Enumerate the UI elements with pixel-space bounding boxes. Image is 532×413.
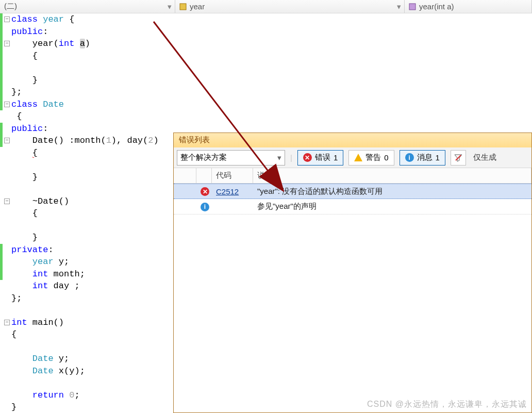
- change-bar: [0, 244, 3, 280]
- warnings-count: 0: [384, 153, 388, 162]
- class-label: year: [190, 2, 205, 11]
- error-icon: ✕: [201, 187, 209, 196]
- error-row[interactable]: i参见"year"的声明: [174, 199, 531, 214]
- header-desc-col[interactable]: 说明▲: [253, 168, 531, 183]
- warnings-filter-button[interactable]: 警告 0: [348, 150, 394, 166]
- warnings-label: 警告: [365, 153, 381, 162]
- messages-count: 1: [436, 153, 440, 162]
- error-code-link[interactable]: C2512: [216, 187, 239, 196]
- messages-label: 消息: [417, 153, 433, 162]
- class-icon: [179, 3, 187, 10]
- svg-line-2: [456, 155, 461, 160]
- svg-rect-1: [409, 4, 415, 10]
- header-icon-col[interactable]: [174, 168, 196, 183]
- toolbar-separator: |: [290, 153, 292, 162]
- fold-toggle[interactable]: −: [4, 102, 10, 107]
- fold-toggle[interactable]: −: [4, 320, 10, 325]
- scope-dropdown[interactable]: (二) ▾: [0, 0, 175, 13]
- member-label: year(int a): [419, 2, 454, 11]
- error-list-panel: 错误列表 整个解决方案 ▾ | ✕ 错误 1 警告 0 i 消息 1: [173, 133, 532, 413]
- editor-gutter: −−−−−−: [0, 13, 11, 413]
- svg-rect-0: [180, 4, 186, 10]
- build-filter-label[interactable]: 仅生成: [473, 153, 496, 162]
- error-description: 参见"year"的声明: [253, 202, 531, 211]
- fold-toggle[interactable]: −: [4, 199, 10, 204]
- error-row[interactable]: ✕C2512"year": 没有合适的默认构造函数可用: [174, 184, 531, 199]
- member-dropdown[interactable]: year(int a): [405, 0, 532, 13]
- change-bar: [0, 123, 3, 147]
- header-code-col[interactable]: 代码: [212, 168, 253, 183]
- watermark: CSDN @永远热情，永远谦卑，永远其诚: [367, 399, 527, 410]
- errors-filter-button[interactable]: ✕ 错误 1: [297, 150, 343, 166]
- info-icon: i: [405, 153, 414, 162]
- change-bar: [0, 13, 3, 110]
- scope-combo-label: 整个解决方案: [180, 153, 227, 162]
- fold-toggle[interactable]: −: [4, 41, 10, 46]
- error-list-title: 错误列表: [174, 133, 531, 147]
- class-dropdown[interactable]: year ▾: [175, 0, 405, 13]
- header-icon2-col[interactable]: [196, 168, 212, 183]
- chevron-down-icon: ▾: [393, 2, 401, 11]
- chevron-down-icon: ▾: [277, 153, 281, 162]
- clear-filters-button[interactable]: [451, 150, 466, 166]
- method-icon: [409, 3, 416, 10]
- error-list-header: 代码 说明▲: [174, 168, 531, 184]
- scope-combo[interactable]: 整个解决方案 ▾: [177, 150, 285, 166]
- funnel-icon: [454, 154, 462, 162]
- navigation-bar: (二) ▾ year ▾ year(int a): [0, 0, 532, 13]
- scope-label: (二): [4, 2, 17, 11]
- error-list-body: ✕C2512"year": 没有合适的默认构造函数可用i参见"year"的声明: [174, 184, 531, 214]
- fold-toggle[interactable]: −: [4, 138, 10, 143]
- error-description: "year": 没有合适的默认构造函数可用: [253, 187, 531, 196]
- error-icon: ✕: [303, 153, 312, 162]
- chevron-down-icon: ▾: [163, 2, 172, 11]
- errors-label: 错误: [315, 153, 330, 162]
- errors-count: 1: [334, 153, 338, 162]
- fold-toggle[interactable]: −: [4, 16, 10, 22]
- sort-asc-icon: ▲: [275, 173, 280, 179]
- error-list-toolbar: 整个解决方案 ▾ | ✕ 错误 1 警告 0 i 消息 1 仅生成: [174, 147, 531, 168]
- warning-icon: [354, 154, 362, 161]
- messages-filter-button[interactable]: i 消息 1: [400, 150, 445, 166]
- info-icon: i: [201, 203, 209, 211]
